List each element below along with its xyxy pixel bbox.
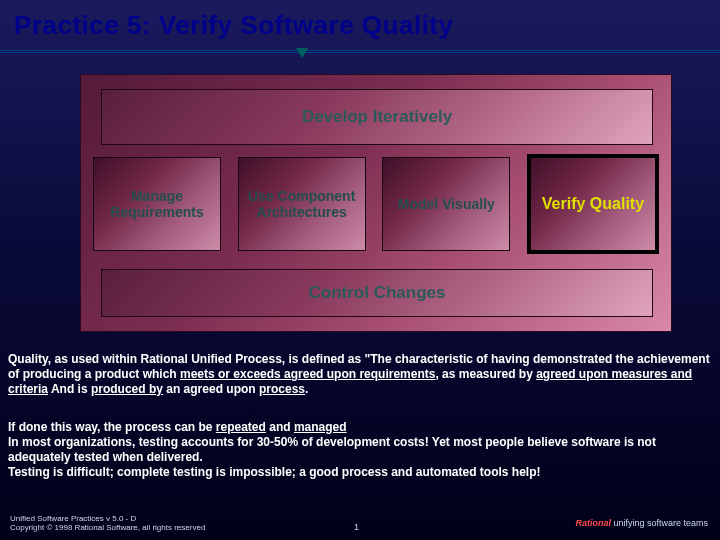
text: managed — [294, 420, 347, 434]
text: process — [259, 382, 305, 396]
quality-definition: Quality, as used within Rational Unified… — [8, 352, 718, 397]
brand-logo: Rational — [575, 518, 611, 528]
brand-tagline: unifying software teams — [611, 518, 708, 528]
arrow-icon — [296, 48, 308, 58]
line: Testing is difficult; complete testing i… — [8, 465, 708, 480]
footer-line: Unified Software Practices v 5.0 - D — [10, 514, 205, 523]
footer: Unified Software Practices v 5.0 - D Cop… — [10, 514, 205, 532]
box-verify-quality: Verify Quality — [527, 154, 659, 254]
testing-notes: If done this way, the process can be rep… — [8, 420, 708, 480]
title-rule — [0, 50, 720, 53]
page-title: Practice 5: Verify Software Quality — [14, 10, 453, 41]
mid-row: Manage Requirements Use Component Archit… — [93, 157, 659, 255]
box-component-arch: Use Component Architectures — [238, 157, 366, 251]
text: meets or exceeds agreed upon requirement… — [180, 367, 435, 381]
line: In most organizations, testing accounts … — [8, 435, 708, 465]
brand: Rational unifying software teams — [575, 518, 708, 528]
text: , as measured by — [435, 367, 536, 381]
text: And is — [48, 382, 91, 396]
text: repeated — [216, 420, 266, 434]
box-model-visually: Model Visually — [382, 157, 510, 251]
text: . — [305, 382, 308, 396]
text: an agreed upon — [163, 382, 259, 396]
line: If done this way, the process can be rep… — [8, 420, 708, 435]
box-manage-requirements: Manage Requirements — [93, 157, 221, 251]
footer-line: Copyright © 1998 Rational Software, all … — [10, 523, 205, 532]
page-number: 1 — [354, 522, 359, 532]
text: If done this way, the process can be — [8, 420, 216, 434]
text: and — [266, 420, 294, 434]
text: produced by — [91, 382, 163, 396]
practices-diagram: Develop Iteratively Manage Requirements … — [80, 74, 672, 332]
top-band: Develop Iteratively — [101, 89, 653, 145]
bottom-band: Control Changes — [101, 269, 653, 317]
